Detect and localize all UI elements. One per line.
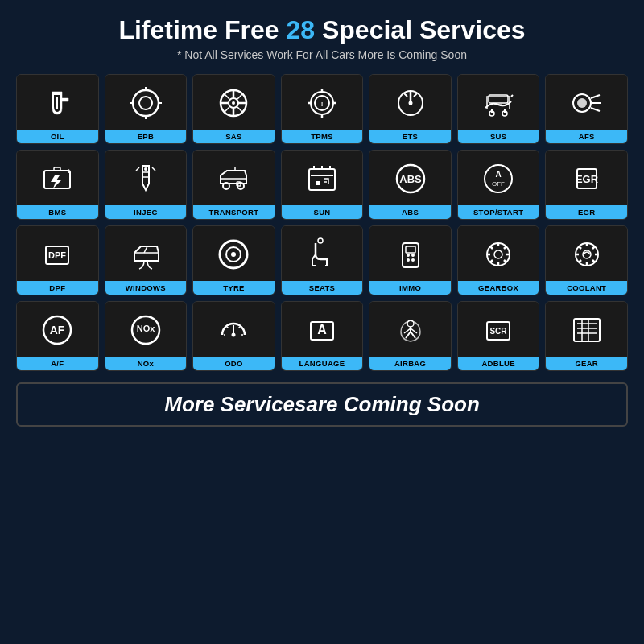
svg-point-32 — [231, 252, 236, 257]
afs-icon — [546, 75, 627, 130]
service-card-epb[interactable]: EPB — [105, 74, 188, 144]
service-card-sun[interactable]: SUN — [281, 150, 364, 220]
service-card-bms[interactable]: + BMS — [16, 150, 99, 220]
svg-rect-20 — [309, 169, 335, 190]
svg-point-12 — [577, 98, 587, 108]
ets-icon — [369, 75, 451, 130]
service-card-tpms[interactable]: ! TPMS — [281, 74, 364, 144]
service-card-sus[interactable]: SUS — [457, 74, 540, 144]
injec-icon — [105, 151, 187, 205]
service-card-oil[interactable]: OIL — [16, 74, 99, 144]
service-card-stopstart[interactable]: A OFF STOP/START — [457, 150, 540, 220]
service-card-gear[interactable]: GEAR — [545, 301, 628, 371]
svg-text:EGR: EGR — [576, 173, 599, 185]
bms-label: BMS — [17, 205, 98, 219]
service-card-egr[interactable]: EGR EGR — [545, 150, 628, 220]
service-card-airbag[interactable]: AIRBAG — [369, 301, 452, 371]
adblue-label: ADBLUE — [458, 357, 539, 370]
svg-text:SCR: SCR — [490, 327, 508, 336]
service-card-coolant[interactable]: COOLANT — [545, 225, 628, 295]
svg-point-41 — [494, 250, 502, 258]
injec-label: INJEC — [105, 205, 187, 219]
service-card-odo[interactable]: ODO — [192, 301, 275, 371]
service-card-immo[interactable]: IMMO — [369, 225, 452, 295]
gearbox-label: GEARBOX — [458, 281, 539, 295]
svg-text:NOx: NOx — [137, 324, 156, 333]
nox-icon: NOx — [105, 302, 187, 357]
title-number: 28 — [286, 15, 315, 44]
service-card-windows[interactable]: WINDOWS — [105, 225, 188, 295]
svg-point-16 — [144, 167, 147, 171]
oil-label: OIL — [17, 130, 98, 143]
abs-label: ABS — [369, 205, 451, 219]
service-card-gearbox[interactable]: GEARBOX — [457, 225, 540, 295]
tyre-label: TYRE — [193, 281, 275, 295]
svg-point-36 — [407, 254, 410, 257]
service-card-tyre[interactable]: TYRE — [192, 225, 275, 295]
seats-icon — [282, 226, 363, 281]
svg-text:AF: AF — [50, 324, 65, 336]
svg-text:DPF: DPF — [48, 250, 66, 260]
windows-label: WINDOWS — [105, 281, 187, 295]
egr-icon: EGR — [546, 151, 627, 205]
service-card-seats[interactable]: SEATS — [281, 225, 364, 295]
sus-icon — [458, 75, 539, 130]
adblue-icon: SCR — [458, 302, 539, 357]
service-card-ets[interactable]: ETS — [369, 74, 452, 144]
title-area: Lifetime Free 28 Special Services * Not … — [118, 14, 525, 61]
main-title: Lifetime Free 28 Special Services — [118, 14, 525, 45]
sus-label: SUS — [458, 130, 539, 143]
sas-icon — [193, 75, 275, 130]
svg-text:ABS: ABS — [399, 173, 422, 185]
service-card-transport[interactable]: TRANSPORT — [192, 150, 275, 220]
immo-label: IMMO — [369, 281, 451, 295]
tpms-label: TPMS — [282, 130, 363, 143]
epb-icon — [105, 75, 187, 130]
svg-point-48 — [232, 333, 236, 337]
odo-icon — [193, 302, 275, 357]
af-icon: AF — [17, 302, 98, 357]
afs-label: AFS — [546, 130, 627, 143]
title-suffix: Special Services — [315, 15, 526, 44]
windows-icon — [105, 226, 187, 281]
svg-rect-54 — [574, 319, 600, 341]
service-card-afs[interactable]: AFS — [545, 74, 628, 144]
seats-label: SEATS — [282, 281, 363, 295]
services-grid: OIL EPB SAS ! TPMS ETS — [16, 74, 628, 371]
svg-point-39 — [411, 258, 415, 262]
svg-point-33 — [318, 238, 323, 243]
airbag-icon — [369, 302, 451, 357]
service-card-dpf[interactable]: DPF DPF — [16, 225, 99, 295]
dpf-icon: DPF — [17, 226, 98, 281]
coolant-label: COOLANT — [546, 281, 627, 295]
nox-label: NOx — [105, 357, 187, 370]
epb-label: EPB — [105, 130, 187, 143]
svg-point-38 — [407, 258, 410, 262]
svg-point-0 — [133, 90, 159, 116]
service-card-af[interactable]: AF A/F — [16, 301, 99, 371]
gearbox-icon — [458, 226, 539, 281]
language-label: LANGUAGE — [282, 357, 363, 370]
service-card-injec[interactable]: INJEC — [105, 150, 188, 220]
service-card-nox[interactable]: NOx NOx — [105, 301, 188, 371]
transport-label: TRANSPORT — [193, 205, 275, 219]
egr-label: EGR — [546, 205, 627, 219]
footer-banner: More Servicesare Coming Soon — [16, 382, 628, 427]
stopstart-icon: A OFF — [458, 151, 539, 205]
svg-rect-14 — [54, 167, 60, 171]
service-card-sas[interactable]: SAS — [192, 74, 275, 144]
service-card-abs[interactable]: ABS ABS — [369, 150, 452, 220]
svg-text:A: A — [496, 170, 502, 179]
sun-icon — [282, 151, 363, 205]
coolant-icon — [546, 226, 627, 281]
ets-label: ETS — [369, 130, 451, 143]
svg-text:OFF: OFF — [492, 180, 505, 188]
stopstart-label: STOP/START — [458, 205, 539, 219]
gear-icon — [546, 302, 627, 357]
language-icon: A — [282, 302, 363, 357]
service-card-adblue[interactable]: SCR ADBLUE — [457, 301, 540, 371]
abs-icon: ABS — [369, 151, 451, 205]
service-card-language[interactable]: A LANGUAGE — [281, 301, 364, 371]
tyre-icon — [193, 226, 275, 281]
af-label: A/F — [17, 357, 98, 370]
